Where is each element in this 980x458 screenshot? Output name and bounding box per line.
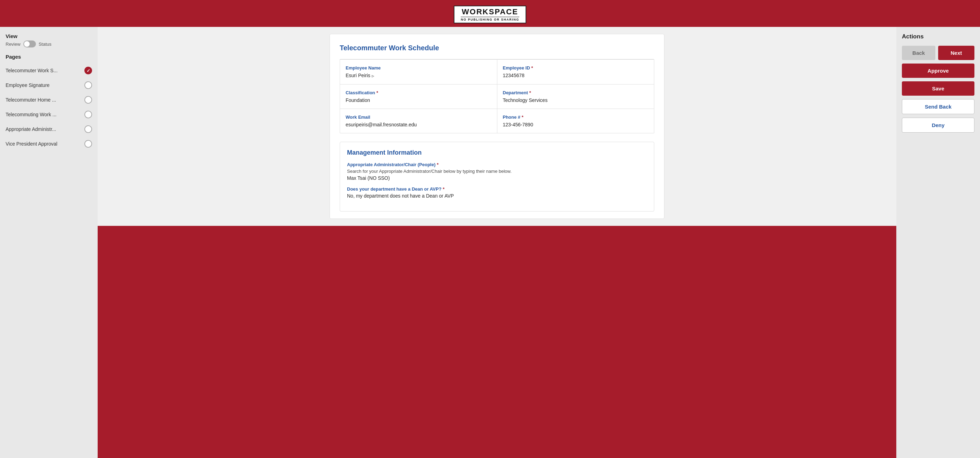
value-employee-id: 12345678 (503, 73, 649, 78)
radio-vice-president-approval (84, 140, 92, 148)
dean-avp-field-group: Does your department have a Dean or AVP?… (347, 187, 647, 199)
radio-appropriate-admin (84, 125, 92, 133)
review-toggle[interactable] (23, 40, 36, 48)
page-label-telecommuter-home: Telecommuter Home ... (6, 97, 84, 103)
sidebar-item-vice-president-approval[interactable]: Vice President Approval (6, 137, 92, 151)
management-section: Management Information Appropriate Admin… (340, 142, 654, 212)
main-layout: View Review Status Pages Telecommuter Wo… (0, 27, 980, 458)
sidebar-pages-list: Telecommuter Work S... Employee Signatur… (6, 63, 92, 151)
employee-info-grid: Employee Name Esuri Peiris ▹ Employee ID… (340, 59, 654, 133)
form-row-name-id: Employee Name Esuri Peiris ▹ Employee ID… (340, 59, 654, 84)
header: WORKSPACE NO PUBLISHING OR SHARING (0, 0, 980, 27)
admin-value: Max Tsai (NO SSO) (347, 175, 647, 181)
sidebar-item-employee-signature[interactable]: Employee Signature (6, 78, 92, 93)
dean-avp-label: Does your department have a Dean or AVP?… (347, 187, 647, 191)
admin-field-group: Appropriate Administrator/Chair (People)… (347, 162, 647, 181)
sidebar-item-telecommuting-work[interactable]: Telecommuting Work ... (6, 107, 92, 122)
page-label-employee-signature: Employee Signature (6, 82, 84, 88)
send-back-button[interactable]: Send Back (902, 99, 974, 114)
cursor-icon: ▹ (372, 73, 374, 78)
sidebar-item-appropriate-admin[interactable]: Appropriate Administr... (6, 122, 92, 137)
radio-employee-signature (84, 81, 92, 89)
pages-label: Pages (6, 54, 92, 60)
page-label-vice-president-approval: Vice President Approval (6, 141, 84, 147)
cell-employee-id: Employee ID * 12345678 (497, 60, 654, 84)
management-title: Management Information (347, 149, 647, 156)
save-button[interactable]: Save (902, 81, 974, 96)
workspace-logo: WORKSPACE NO PUBLISHING OR SHARING (454, 6, 526, 23)
admin-hint: Search for your Appropriate Administrato… (347, 169, 647, 174)
deny-button[interactable]: Deny (902, 118, 974, 132)
label-department: Department * (503, 90, 649, 95)
next-button[interactable]: Next (938, 46, 974, 60)
radio-telecommuting-work (84, 111, 92, 118)
cell-work-email: Work Email esuripeiris@mail.fresnostate.… (340, 109, 497, 133)
label-phone: Phone # * (503, 115, 649, 120)
value-phone: 123-456-7890 (503, 122, 649, 128)
label-employee-id: Employee ID * (503, 65, 649, 70)
sidebar-item-telecommuter-home[interactable]: Telecommuter Home ... (6, 93, 92, 107)
view-label: View (6, 33, 18, 39)
sidebar-item-telecommuter-work-s[interactable]: Telecommuter Work S... (6, 63, 92, 78)
page-label-telecommuter-work-s: Telecommuter Work S... (6, 68, 84, 73)
cell-classification: Classification * Foundation (340, 85, 497, 109)
required-marker-dept: * (529, 90, 531, 95)
page-label-appropriate-admin: Appropriate Administr... (6, 126, 84, 132)
content-area: Telecommuter Work Schedule Employee Name… (98, 27, 896, 226)
required-marker-class: * (376, 90, 378, 95)
label-work-email: Work Email (345, 115, 492, 120)
view-row: View (6, 33, 92, 39)
review-status-row: Review Status (6, 40, 92, 48)
form-row-email-phone: Work Email esuripeiris@mail.fresnostate.… (340, 109, 654, 133)
workspace-title: WORKSPACE (461, 8, 519, 16)
admin-label: Appropriate Administrator/Chair (People)… (347, 162, 647, 167)
cell-department: Department * Technology Services (497, 85, 654, 109)
review-label: Review (6, 41, 21, 47)
sidebar-view-section: View Review Status (6, 33, 92, 48)
workspace-subtitle: NO PUBLISHING OR SHARING (461, 17, 519, 21)
required-marker-id: * (531, 65, 533, 70)
required-marker-dean: * (443, 187, 445, 191)
required-marker-admin: * (437, 162, 438, 167)
form-title: Telecommuter Work Schedule (340, 44, 654, 52)
back-next-row: Back Next (902, 46, 974, 60)
radio-telecommuter-work-s (84, 67, 92, 74)
label-employee-name: Employee Name (345, 65, 492, 70)
dean-avp-value: No, my department does not have a Dean o… (347, 193, 647, 199)
form-card: Telecommuter Work Schedule Employee Name… (329, 34, 664, 219)
status-label: Status (39, 41, 52, 47)
required-marker-phone: * (522, 115, 523, 120)
radio-telecommuter-home (84, 96, 92, 104)
sidebar: View Review Status Pages Telecommuter Wo… (0, 27, 98, 458)
label-classification: Classification * (345, 90, 492, 95)
form-row-class-dept: Classification * Foundation Department *… (340, 84, 654, 109)
value-work-email: esuripeiris@mail.fresnostate.edu (345, 122, 492, 128)
approve-button[interactable]: Approve (902, 64, 974, 78)
value-employee-name: Esuri Peiris ▹ (345, 73, 492, 78)
value-department: Technology Services (503, 97, 649, 103)
actions-title: Actions (902, 33, 974, 40)
value-classification: Foundation (345, 97, 492, 103)
cell-employee-name: Employee Name Esuri Peiris ▹ (340, 60, 497, 84)
back-button[interactable]: Back (902, 46, 935, 60)
actions-panel: Actions Back Next Approve Save Send Back… (896, 27, 980, 458)
cell-phone: Phone # * 123-456-7890 (497, 109, 654, 133)
page-label-telecommuting-work: Telecommuting Work ... (6, 112, 84, 117)
